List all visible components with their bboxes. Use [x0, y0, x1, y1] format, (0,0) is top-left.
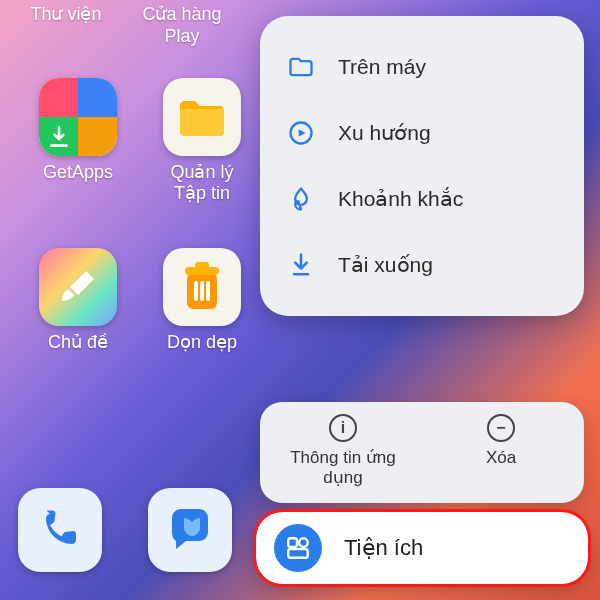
ctx-item-download[interactable]: Tải xuống: [270, 232, 574, 298]
top-app-playstore[interactable]: Cửa hàng Play: [124, 4, 240, 47]
trash-icon: [163, 248, 241, 326]
ctx-item-moments-label: Khoảnh khắc: [338, 187, 463, 211]
folder-outline-icon: [286, 52, 316, 82]
app-getapps[interactable]: GetApps: [20, 78, 136, 183]
action-app-info[interactable]: i Thông tin ứng dụng: [264, 412, 422, 487]
action-remove[interactable]: − Xóa: [422, 412, 580, 487]
context-menu: Trên máy Xu hướng Khoảnh khắc Tải xuống: [260, 16, 584, 316]
svg-rect-9: [288, 549, 308, 558]
widgets-icon: [274, 524, 322, 572]
dock-messages[interactable]: [140, 488, 240, 578]
dock-phone[interactable]: [10, 488, 110, 578]
ctx-item-download-label: Tải xuống: [338, 253, 433, 277]
ctx-item-moments[interactable]: Khoảnh khắc: [270, 166, 574, 232]
top-app-library-label: Thư viện: [8, 4, 124, 26]
download-icon: [286, 250, 316, 280]
folder-icon: [163, 78, 241, 156]
app-cleaner-label: Dọn dẹp: [144, 332, 260, 353]
phone-icon: [18, 488, 102, 572]
getapps-icon: [39, 78, 117, 156]
app-file-manager-label: Quản lý Tập tin: [144, 162, 260, 203]
svg-rect-2: [195, 262, 209, 269]
brush-icon: [39, 248, 117, 326]
app-file-manager[interactable]: Quản lý Tập tin: [144, 78, 260, 203]
svg-rect-4: [200, 281, 204, 301]
ctx-item-local[interactable]: Trên máy: [270, 34, 574, 100]
top-app-library[interactable]: Thư viện: [8, 4, 124, 47]
svg-rect-5: [206, 281, 210, 301]
top-app-playstore-label: Cửa hàng Play: [124, 4, 240, 47]
svg-rect-3: [194, 281, 198, 301]
play-circle-icon: [286, 118, 316, 148]
app-cleaner[interactable]: Dọn dẹp: [144, 248, 260, 353]
ctx-item-trending[interactable]: Xu hướng: [270, 100, 574, 166]
action-bar: i Thông tin ứng dụng − Xóa: [260, 402, 584, 503]
svg-rect-7: [288, 538, 297, 547]
messages-icon: [148, 488, 232, 572]
widget-button[interactable]: Tiện ích: [256, 512, 588, 584]
action-remove-label: Xóa: [422, 448, 580, 468]
ctx-item-local-label: Trên máy: [338, 55, 426, 79]
app-getapps-label: GetApps: [20, 162, 136, 183]
action-app-info-label: Thông tin ứng dụng: [264, 448, 422, 487]
svg-rect-8: [299, 538, 308, 547]
info-icon: i: [329, 414, 357, 442]
app-theme[interactable]: Chủ đề: [20, 248, 136, 353]
app-theme-label: Chủ đề: [20, 332, 136, 353]
remove-icon: −: [487, 414, 515, 442]
moments-icon: [286, 184, 316, 214]
ctx-item-trending-label: Xu hướng: [338, 121, 431, 145]
widget-button-label: Tiện ích: [344, 535, 423, 561]
